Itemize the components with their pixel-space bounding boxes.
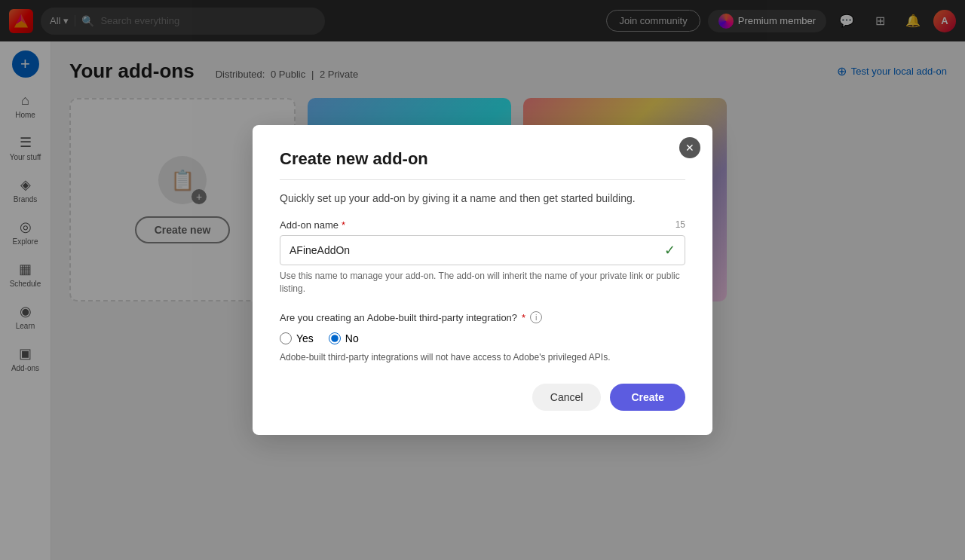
integration-label-row: Are you creating an Adobe-built third-pa…: [280, 311, 685, 323]
addon-name-input-wrap: ✓: [280, 235, 685, 265]
integration-section: Are you creating an Adobe-built third-pa…: [280, 311, 685, 363]
cancel-button[interactable]: Cancel: [532, 384, 602, 411]
close-icon: ✕: [685, 142, 694, 154]
addon-name-label: Add-on name: [280, 219, 339, 231]
radio-yes-input[interactable]: [280, 332, 292, 344]
radio-group: Yes No: [280, 332, 685, 344]
modal-divider: [280, 179, 685, 180]
modal-subtitle: Quickly set up your add-on by giving it …: [280, 192, 685, 204]
radio-no-label: No: [345, 332, 359, 344]
radio-yes[interactable]: Yes: [280, 332, 314, 344]
radio-no[interactable]: No: [329, 332, 359, 344]
api-warning-text: Adobe-built third-party integrations wil…: [280, 352, 685, 363]
info-icon[interactable]: i: [530, 311, 542, 323]
modal-footer: Cancel Create: [280, 384, 685, 411]
char-count: 15: [676, 219, 685, 230]
modal-title: Create new add-on: [280, 149, 685, 169]
radio-no-input[interactable]: [329, 332, 341, 344]
integration-question-label: Are you creating an Adobe-built third-pa…: [280, 312, 517, 323]
modal-close-button[interactable]: ✕: [679, 137, 700, 158]
required-star: *: [342, 219, 345, 231]
addon-name-hint: Use this name to manage your add-on. The…: [280, 270, 685, 295]
modal-overlay: ✕ Create new add-on Quickly set up your …: [0, 0, 965, 560]
integration-required-star: *: [522, 312, 525, 323]
modal: ✕ Create new add-on Quickly set up your …: [253, 125, 712, 436]
valid-checkmark-icon: ✓: [664, 242, 676, 259]
create-button[interactable]: Create: [610, 384, 685, 411]
addon-name-label-row: Add-on name * 15: [280, 219, 685, 231]
addon-name-group: Add-on name * 15 ✓ Use this name to mana…: [280, 219, 685, 295]
radio-yes-label: Yes: [296, 332, 314, 344]
addon-name-input[interactable]: [290, 244, 664, 256]
